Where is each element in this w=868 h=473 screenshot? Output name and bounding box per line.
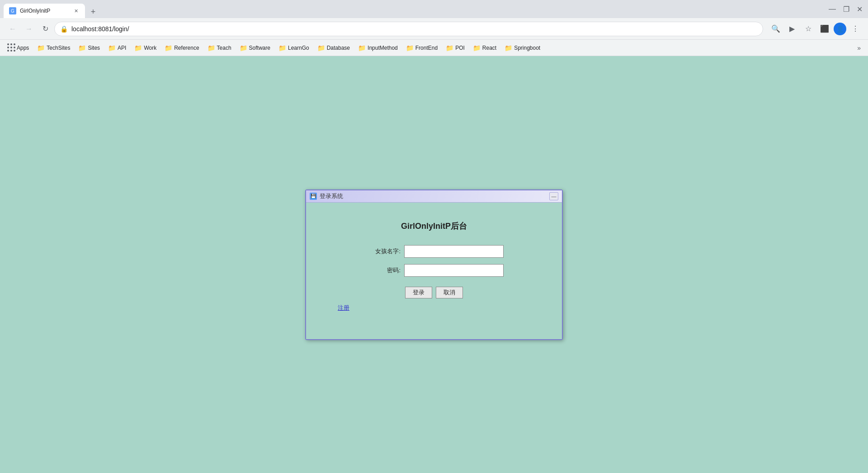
reload-button[interactable]: ↻: [38, 22, 52, 36]
bookmark-techsites[interactable]: 📁 TechSites: [33, 43, 74, 53]
address-text: localhost:8081/login/: [71, 25, 757, 33]
folder-icon: 📁: [108, 44, 116, 52]
title-bar: G GirlOnlyInitP ✕ + — ❐ ✕: [0, 0, 868, 18]
address-bar[interactable]: 🔒 localhost:8081/login/: [54, 22, 763, 36]
bookmark-sites-label: Sites: [88, 45, 100, 51]
bookmark-inputmethod-label: InputMethod: [368, 45, 398, 51]
folder-icon: 📁: [37, 44, 45, 52]
bookmarks-more-button[interactable]: »: [854, 43, 864, 53]
username-input[interactable]: [404, 245, 504, 258]
cancel-button[interactable]: 取消: [436, 287, 463, 298]
folder-icon: 📁: [406, 44, 414, 52]
cast-icon[interactable]: ▶: [785, 22, 799, 36]
dialog-titlebar: 💾 登录系统 —: [306, 190, 562, 203]
folder-icon: 📁: [278, 44, 286, 52]
close-window-button[interactable]: ✕: [855, 3, 864, 15]
folder-icon: 📁: [240, 44, 247, 52]
bookmark-apps[interactable]: Apps: [4, 42, 33, 54]
bookmark-teach-label: Teach: [217, 45, 231, 51]
bookmark-react[interactable]: 📁 React: [469, 43, 500, 53]
page-content: 💾 登录系统 — GirlOnlyInitP后台 女孩名字: 密码: 登录 取消: [0, 56, 868, 473]
bookmark-poi[interactable]: 📁 POI: [442, 43, 468, 53]
bookmark-inputmethod[interactable]: 📁 InputMethod: [354, 43, 401, 53]
bookmark-software[interactable]: 📁 Software: [236, 43, 274, 53]
bookmark-springboot[interactable]: 📁 Springboot: [501, 43, 544, 53]
navigation-bar: ← → ↻ 🔒 localhost:8081/login/ 🔍 ▶ ☆ ⬛ 👤 …: [0, 18, 868, 40]
dialog-app-title: GirlOnlyInitP后台: [401, 221, 467, 232]
bookmark-api[interactable]: 📁 API: [104, 43, 130, 53]
dialog-close-button[interactable]: —: [549, 192, 558, 200]
password-input[interactable]: [404, 264, 504, 277]
password-label: 密码:: [364, 266, 401, 274]
username-row: 女孩名字:: [320, 245, 548, 258]
forward-button[interactable]: →: [22, 22, 36, 36]
username-label: 女孩名字:: [364, 247, 401, 255]
folder-icon: 📁: [473, 44, 481, 52]
bookmark-frontend[interactable]: 📁 FrontEnd: [402, 43, 441, 53]
password-row: 密码:: [320, 264, 548, 277]
folder-icon: 📁: [358, 44, 366, 52]
window-controls: — ❐ ✕: [827, 3, 864, 15]
bookmark-react-label: React: [482, 45, 496, 51]
search-icon[interactable]: 🔍: [769, 22, 783, 36]
bookmark-database-label: Database: [327, 45, 350, 51]
extension-icon[interactable]: ⬛: [817, 22, 832, 36]
new-tab-button[interactable]: +: [87, 5, 99, 18]
bookmark-frontend-label: FrontEnd: [415, 45, 438, 51]
bookmark-techsites-label: TechSites: [47, 45, 70, 51]
restore-button[interactable]: ❐: [841, 3, 851, 15]
minimize-button[interactable]: —: [827, 3, 838, 15]
lock-icon: 🔒: [60, 25, 68, 33]
bookmark-learngo[interactable]: 📁 LearnGo: [275, 43, 313, 53]
tab-close-button[interactable]: ✕: [72, 7, 80, 14]
bookmark-software-label: Software: [249, 45, 270, 51]
nav-icons: 🔍 ▶ ☆ ⬛ 👤 ⋮: [769, 22, 863, 36]
dialog-body: GirlOnlyInitP后台 女孩名字: 密码: 登录 取消 注册: [306, 203, 562, 339]
dialog-title-icon: 💾: [310, 193, 317, 200]
tab-bar: G GirlOnlyInitP ✕ +: [4, 0, 825, 18]
form-buttons: 登录 取消: [405, 287, 463, 298]
bookmark-reference-label: Reference: [174, 45, 199, 51]
bookmark-work-label: Work: [144, 45, 156, 51]
folder-icon: 📁: [78, 44, 86, 52]
more-menu-button[interactable]: ⋮: [848, 22, 863, 36]
folder-icon: 📁: [317, 44, 325, 52]
apps-grid-icon: [7, 43, 16, 52]
folder-icon: 📁: [446, 44, 453, 52]
bookmark-apps-label: Apps: [17, 45, 29, 51]
folder-icon: 📁: [134, 44, 142, 52]
register-link[interactable]: 注册: [338, 304, 349, 312]
browser-frame: G GirlOnlyInitP ✕ + — ❐ ✕ ← → ↻ 🔒 localh…: [0, 0, 868, 473]
login-button[interactable]: 登录: [405, 287, 432, 298]
bookmark-reference[interactable]: 📁 Reference: [161, 43, 203, 53]
active-tab[interactable]: G GirlOnlyInitP ✕: [4, 4, 85, 18]
bookmark-learngo-label: LearnGo: [288, 45, 309, 51]
profile-button[interactable]: 👤: [834, 23, 846, 35]
folder-icon: 📁: [165, 44, 172, 52]
bookmark-sites[interactable]: 📁 Sites: [75, 43, 104, 53]
bookmarks-bar: Apps 📁 TechSites 📁 Sites 📁 API 📁 Work 📁 …: [0, 40, 868, 56]
folder-icon: 📁: [208, 44, 215, 52]
bookmark-teach[interactable]: 📁 Teach: [204, 43, 235, 53]
bookmark-database[interactable]: 📁 Database: [314, 43, 354, 53]
folder-icon: 📁: [505, 44, 512, 52]
tab-title: GirlOnlyInitP: [20, 8, 69, 14]
login-dialog: 💾 登录系统 — GirlOnlyInitP后台 女孩名字: 密码: 登录 取消: [305, 189, 563, 340]
tab-favicon: G: [9, 7, 16, 14]
back-button[interactable]: ←: [5, 22, 20, 36]
dialog-title-text: 登录系统: [320, 192, 547, 200]
bookmark-work[interactable]: 📁 Work: [131, 43, 160, 53]
bookmark-poi-label: POI: [455, 45, 465, 51]
bookmark-api-label: API: [118, 45, 126, 51]
bookmark-springboot-label: Springboot: [514, 45, 540, 51]
bookmark-star-icon[interactable]: ☆: [801, 22, 816, 36]
